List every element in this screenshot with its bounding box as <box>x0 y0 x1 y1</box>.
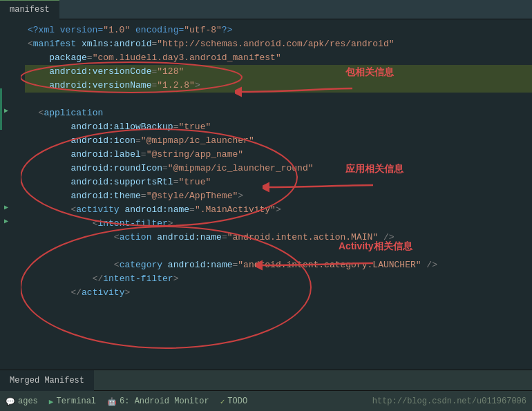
code-line-10: android:label="@string/app_name" <box>0 148 532 162</box>
gutter-15: ▶ <box>0 217 12 225</box>
terminal-label: Terminal <box>56 396 96 406</box>
line-content-7: <application <box>25 106 532 120</box>
line-content-11: android:roundIcon="@mipmap/ic_launcher_r… <box>25 162 532 175</box>
line-content-15: <intent-filter> <box>25 217 532 231</box>
left-indicator <box>0 88 2 130</box>
code-line-5: android:versionName="1.2.8"> <box>0 79 532 93</box>
top-tab-bar: manifest <box>0 0 532 19</box>
code-line-13: android:theme="@style/AppTheme"> <box>0 189 532 203</box>
blog-url: http://blog.csdn.net/u011967006 <box>372 396 526 406</box>
line-num-7 <box>12 106 25 115</box>
code-line-20: </activity> <box>0 286 532 300</box>
line-content-12: android:supportsRtl="true" <box>25 175 532 189</box>
terminal-icon: ▶ <box>49 397 54 406</box>
line-content-10: android:label="@string/app_name" <box>25 148 532 162</box>
line-content-4: android:versionCode="128" <box>25 65 532 79</box>
android-monitor-label: 6: Android Monitor <box>120 396 209 406</box>
line-content-8: android:allowBackup="true" <box>25 120 532 134</box>
tools-row: 💬 ages ▶ Terminal 🤖 6: Android Monitor ✓… <box>0 391 532 411</box>
code-line-11: android:roundIcon="@mipmap/ic_launcher_r… <box>0 162 532 175</box>
code-editor: <?xml version="1.0" encoding="utf-8"?> <… <box>0 19 532 370</box>
merged-manifest-label: Merged Manifest <box>10 376 84 385</box>
code-line-7: ▶ <application <box>0 106 532 120</box>
line-content-16: <action android:name="android.intent.act… <box>25 231 532 245</box>
code-line-15: ▶ <intent-filter> <box>0 217 532 231</box>
code-line-2: <manifest xmlns:android="http://schemas.… <box>0 37 532 51</box>
line-content-14: <activity android:name=".MainActivity"> <box>25 203 532 217</box>
terminal-tool[interactable]: ▶ Terminal <box>49 396 96 406</box>
code-line-19: </intent-filter> <box>0 272 532 286</box>
line-content-1: <?xml version="1.0" encoding="utf-8"?> <box>25 23 532 37</box>
manifest-tab[interactable]: manifest <box>0 0 59 19</box>
code-line-6 <box>0 93 532 106</box>
line-content-2: <manifest xmlns:android="http://schemas.… <box>25 37 532 51</box>
line-content-5: android:versionName="1.2.8"> <box>25 79 532 93</box>
line-num-15 <box>12 217 25 225</box>
code-line-1: <?xml version="1.0" encoding="utf-8"?> <box>0 23 532 37</box>
line-content-18: <category android:name="android.intent.c… <box>25 258 532 272</box>
code-line-9: android:icon="@mipmap/ic_launcher" <box>0 134 532 148</box>
code-line-18: <category android:name="android.intent.c… <box>0 258 532 272</box>
code-line-17 <box>0 245 532 258</box>
bottom-panel: Merged Manifest 💬 ages ▶ Terminal 🤖 6: A… <box>0 370 532 411</box>
line-content-17 <box>25 245 532 258</box>
line-content-9: android:icon="@mipmap/ic_launcher" <box>25 134 532 148</box>
todo-icon: ✓ <box>220 397 225 406</box>
messages-label: ages <box>18 396 38 406</box>
line-content-6 <box>25 93 532 106</box>
line-content-3: package="com.liudeli.day3.android_manife… <box>25 51 532 65</box>
messages-tool[interactable]: 💬 ages <box>6 396 38 406</box>
code-line-16: <action android:name="android.intent.act… <box>0 231 532 245</box>
code-line-14: ▶ <activity android:name=".MainActivity"… <box>0 203 532 217</box>
line-num-14 <box>12 203 25 211</box>
gutter-14: ▶ <box>0 203 12 211</box>
line-content-19: </intent-filter> <box>25 272 532 286</box>
tab-label: manifest <box>10 5 50 15</box>
merged-manifest-tab[interactable]: Merged Manifest <box>0 370 94 391</box>
code-line-3: package="com.liudeli.day3.android_manife… <box>0 51 532 65</box>
line-content-13: android:theme="@style/AppTheme"> <box>25 189 532 203</box>
android-icon: 🤖 <box>107 397 117 406</box>
todo-label: TODO <box>227 396 247 406</box>
editor-window: manifest <?xml version="1.0" encoding="u… <box>0 0 532 370</box>
code-line-8: android:allowBackup="true" <box>0 120 532 134</box>
line-content-20: </activity> <box>25 286 532 300</box>
code-line-4: android:versionCode="128" <box>0 65 532 79</box>
code-line-12: android:supportsRtl="true" <box>0 175 532 189</box>
todo-tool[interactable]: ✓ TODO <box>220 396 247 406</box>
bottom-tab-row: Merged Manifest <box>0 370 532 391</box>
messages-icon: 💬 <box>6 397 15 406</box>
android-monitor-tool[interactable]: 🤖 6: Android Monitor <box>107 396 209 406</box>
